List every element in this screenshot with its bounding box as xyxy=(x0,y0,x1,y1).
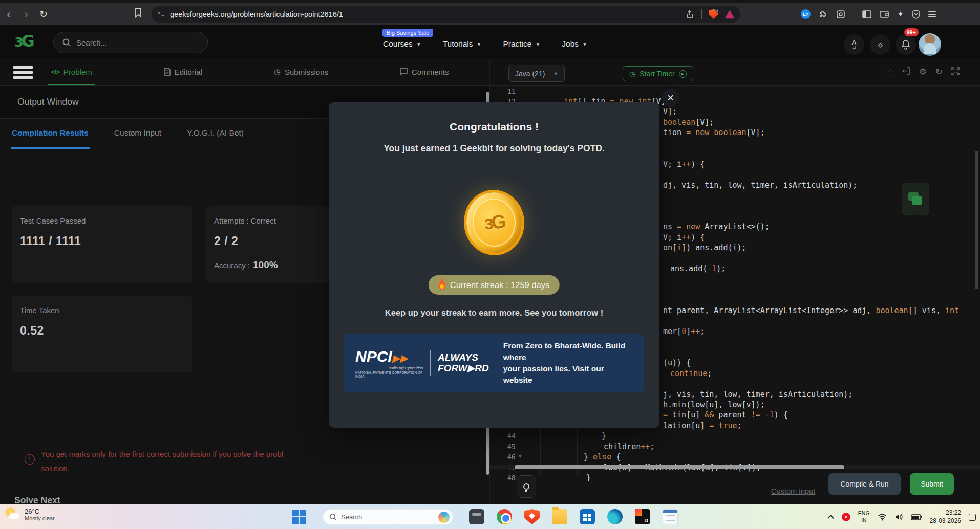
tab-editorial[interactable]: Editorial xyxy=(161,59,205,85)
nav-link-courses[interactable]: Courses▼ xyxy=(383,39,421,49)
brave-shield-icon[interactable]: 5 xyxy=(709,9,718,19)
notifications-bell-icon[interactable] xyxy=(896,34,916,55)
translate-icon[interactable]: A⇄ xyxy=(844,34,864,55)
browser-menu-icon[interactable] xyxy=(928,10,936,19)
output-tab-compilation[interactable]: Compilation Results xyxy=(11,119,90,149)
search-input[interactable] xyxy=(76,38,189,47)
taskbar-icon-file-explorer[interactable] xyxy=(469,509,484,524)
taskbar-icon-chrome[interactable] xyxy=(497,509,512,524)
extension-l-icon[interactable]: L? xyxy=(801,9,811,19)
vertical-scrollbar[interactable] xyxy=(975,151,978,289)
code-text: dj, vis, tin, low, timer, isArticulation… xyxy=(663,181,857,190)
taskbar-icon-brave[interactable] xyxy=(524,509,540,524)
line-number: 45 xyxy=(490,442,516,451)
start-button[interactable] xyxy=(292,510,307,525)
custom-input-link[interactable]: Custom Input xyxy=(771,487,815,495)
import-code-icon[interactable] xyxy=(902,67,910,77)
output-tab-y.o.g.i.[interactable]: Y.O.G.I. (AI Bot) xyxy=(186,119,245,149)
npci-ad-banner[interactable]: NPCI▶▶ भारतीय राष्ट्रीय भुगतान निगम NATI… xyxy=(344,334,644,392)
tab-label: Problem xyxy=(63,68,92,76)
weather-widget[interactable]: 26°C Mostly clear xyxy=(5,506,55,522)
notification-count-badge: 99+ xyxy=(904,28,919,36)
nav-link-label: Tutorials xyxy=(443,39,473,49)
warning-text: You get marks only for the first correct… xyxy=(41,447,283,476)
start-timer-button[interactable]: ◷ Start Timer ▶ xyxy=(623,66,693,81)
taskbar-icon-intellij[interactable] xyxy=(635,509,650,524)
wallet-icon[interactable] xyxy=(880,10,889,18)
taskbar-icon-microsoft-store[interactable] xyxy=(580,509,595,524)
wifi-icon[interactable] xyxy=(878,514,887,521)
gfg-search-box[interactable] xyxy=(53,32,208,53)
hamburger-menu-icon[interactable] xyxy=(0,59,36,85)
leo-ai-sparkle-icon[interactable]: ✦ xyxy=(897,9,904,19)
chevron-down-icon: ▼ xyxy=(582,41,587,47)
fullscreen-icon[interactable] xyxy=(951,67,960,77)
taskbar-icon-folder[interactable] xyxy=(552,509,567,524)
taskbar-icon-edge[interactable] xyxy=(607,509,623,524)
card-value: 0.52 xyxy=(20,324,184,338)
code-text: children++; xyxy=(604,442,654,451)
battery-icon[interactable] xyxy=(911,514,922,520)
clock[interactable]: 23:2228-03-2026 xyxy=(930,509,961,525)
vpn-shield-icon[interactable] xyxy=(912,10,920,19)
line-number: 48 xyxy=(490,473,516,481)
nav-link-label: Jobs xyxy=(562,39,579,49)
code-text: } xyxy=(586,473,591,481)
tab-submissions[interactable]: ◷Submissions xyxy=(271,59,331,85)
gfg-logo[interactable]: ɜG xyxy=(14,31,33,51)
record-status-icon[interactable]: ✕ xyxy=(842,513,850,521)
code-text: V]; xyxy=(663,107,677,116)
url-text[interactable]: geeksforgeeks.org/problems/articulation-… xyxy=(170,10,685,18)
code-text: continue; xyxy=(670,369,712,378)
tray-overflow-icon[interactable] xyxy=(827,515,834,521)
warning-note: ! You get marks only for the first corre… xyxy=(25,447,465,476)
theme-toggle-icon[interactable]: ☼ xyxy=(870,34,890,55)
output-tab-custom[interactable]: Custom Input xyxy=(113,119,162,149)
result-card: Test Cases Passed1111 / 1111 xyxy=(12,206,192,283)
extensions-puzzle-icon[interactable] xyxy=(819,10,828,19)
search-tab-icon[interactable] xyxy=(836,10,845,19)
nav-link-practice[interactable]: Practice▼ xyxy=(503,39,540,49)
submit-button[interactable]: Submit xyxy=(910,473,954,495)
reset-code-icon[interactable]: ↻ xyxy=(935,68,943,76)
chevron-down-icon: ▼ xyxy=(476,41,481,47)
compile-run-button[interactable]: Compile & Run xyxy=(828,473,901,495)
tab-problem[interactable]: </>Problem xyxy=(48,59,95,85)
nav-link-tutorials[interactable]: Tutorials▼ xyxy=(443,39,482,49)
copy-code-icon[interactable] xyxy=(886,69,893,76)
chevron-down-icon: ▼ xyxy=(416,41,421,47)
close-icon[interactable]: ✕ xyxy=(662,89,679,107)
bookmark-icon[interactable] xyxy=(134,8,142,20)
code-text: V; i++) { xyxy=(663,160,705,169)
npci-tagline: ALWAYSFORW▶RD xyxy=(438,352,489,374)
horizontal-scrollbar[interactable] xyxy=(515,465,844,469)
share-icon[interactable] xyxy=(685,10,694,19)
browser-forward-button[interactable]: › xyxy=(17,8,35,20)
nav-link-jobs[interactable]: Jobs▼ xyxy=(562,39,587,49)
fold-marker[interactable]: ▼ xyxy=(519,454,521,459)
code-line: 48} xyxy=(490,473,980,481)
taskbar-search-input[interactable] xyxy=(341,513,428,521)
card-label: Time Taken xyxy=(20,306,184,315)
tab-label: Editorial xyxy=(175,68,202,76)
language-indicator[interactable]: ENGIN xyxy=(858,510,870,523)
tab-comments[interactable]: Comments xyxy=(397,59,452,85)
settings-gear-icon[interactable]: ⚙ xyxy=(919,68,927,76)
volume-icon[interactable] xyxy=(894,513,903,521)
sidebar-icon[interactable] xyxy=(862,10,871,18)
brave-rewards-icon[interactable] xyxy=(725,10,734,18)
site-settings-icon[interactable]: °⌄ xyxy=(158,10,165,18)
taskbar-search[interactable] xyxy=(323,509,453,525)
comment-icon xyxy=(400,68,408,75)
chat-feedback-button[interactable] xyxy=(902,183,929,215)
code-text: } xyxy=(602,431,606,440)
notification-center-icon[interactable] xyxy=(969,514,976,521)
taskbar-icon-notepad[interactable] xyxy=(663,509,678,524)
browser-reload-button[interactable]: ↻ xyxy=(35,8,52,20)
streak-text: Current streak : 1259 days xyxy=(450,280,549,290)
language-select[interactable]: Java (21)▼ xyxy=(508,65,565,82)
address-bar[interactable]: °⌄ geeksforgeeks.org/problems/articulati… xyxy=(152,6,740,23)
browser-back-button[interactable]: ‹ xyxy=(0,8,17,20)
hint-lightbulb-button[interactable] xyxy=(517,475,536,498)
avatar[interactable] xyxy=(919,33,941,56)
